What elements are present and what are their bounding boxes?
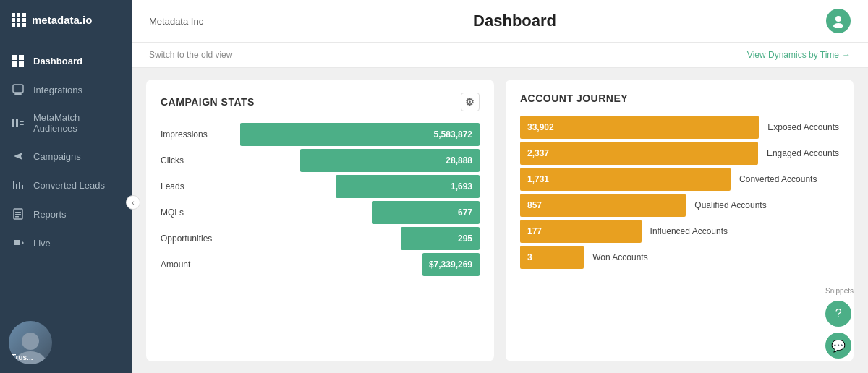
trust-badge: Trus... [12, 353, 33, 361]
funnel-bar: $7,339,269 [422, 253, 480, 276]
chat-button[interactable]: 💬 [825, 333, 851, 359]
journey-bar-wrap: 3 [520, 246, 584, 269]
table-row: Amount $7,339,269 [161, 253, 480, 276]
list-item: 33,902 Exposed Accounts [520, 116, 839, 139]
svg-rect-4 [13, 85, 23, 93]
list-item: 1,731 Converted Accounts [520, 168, 839, 191]
table-row: MQLs 677 [161, 201, 480, 224]
table-row: Clicks 28,888 [161, 149, 480, 172]
journey-bar: 1,731 [520, 168, 731, 191]
account-journey-funnel: 33,902 Exposed Accounts 2,337 Engaged Ac… [520, 116, 839, 269]
sidebar-item-reports[interactable]: Reports [0, 200, 132, 228]
old-view-link[interactable]: Switch to the old view [149, 50, 232, 60]
journey-label: Engaged Accounts [767, 148, 839, 158]
journey-bar: 857 [520, 194, 686, 217]
sidebar-item-integrations[interactable]: Integrations [0, 75, 132, 104]
journey-bar: 177 [520, 220, 642, 243]
content-area: CAMPAIGN STATS ⚙ Impressions 5,583,872 C… [132, 68, 868, 373]
sidebar-item-dashboard[interactable]: Dashboard [0, 46, 132, 75]
journey-label: Qualified Accounts [694, 200, 766, 210]
snippets-label: Snippets [825, 287, 854, 295]
journey-bar-wrap: 857 [520, 194, 686, 217]
nav-label-dashboard: Dashboard [33, 56, 82, 67]
logo-icon [12, 13, 26, 27]
svg-rect-1 [19, 55, 24, 60]
sidebar-collapse-button[interactable]: ‹ [126, 195, 140, 210]
funnel-bar-wrap: 295 [240, 227, 480, 250]
list-item: 3 Won Accounts [520, 246, 839, 269]
funnel-bar: 677 [372, 201, 480, 224]
sidebar-logo[interactable]: metadata.io [0, 0, 132, 40]
svg-rect-11 [15, 212, 21, 213]
help-button[interactable]: ? [825, 301, 851, 327]
list-item: 177 Influenced Accounts [520, 220, 839, 243]
campaign-stats-card: CAMPAIGN STATS ⚙ Impressions 5,583,872 C… [146, 80, 494, 361]
journey-label: Won Accounts [592, 252, 648, 262]
journey-bar-wrap: 1,731 [520, 168, 731, 191]
table-row: Impressions 5,583,872 [161, 123, 480, 146]
list-item: 2,337 Engaged Accounts [520, 142, 839, 165]
nav-label-live: Live [33, 238, 51, 249]
journey-bar: 3 [520, 246, 584, 269]
sidebar: metadata.io Dashboard Integrations MetaM… [0, 0, 132, 373]
funnel-label: Amount [161, 260, 240, 270]
live-icon [12, 236, 25, 249]
sidebar-item-converted-leads[interactable]: Converted Leads [0, 171, 132, 200]
journey-bar-wrap: 33,902 [520, 116, 759, 139]
dashboard-icon [12, 54, 25, 67]
journey-bar-wrap: 2,337 [520, 142, 758, 165]
svg-rect-9 [20, 124, 24, 125]
journey-bar-wrap: 177 [520, 220, 642, 243]
svg-rect-8 [20, 121, 24, 122]
reports-icon [12, 207, 25, 220]
journey-label: Influenced Accounts [650, 226, 728, 236]
campaigns-icon [12, 150, 25, 163]
subbar: Switch to the old view View Dynamics by … [132, 43, 868, 68]
funnel-label: MQLs [161, 207, 240, 218]
nav-label-metamatch: MetaMatch Audiences [33, 112, 120, 134]
funnel-bar-wrap: 677 [240, 201, 480, 224]
nav-label-campaigns: Campaigns [33, 151, 81, 162]
svg-rect-5 [14, 93, 22, 95]
account-journey-title: ACCOUNT JOURNEY [520, 93, 839, 104]
logo-text: metadata.io [32, 14, 92, 26]
campaign-stats-funnel: Impressions 5,583,872 Clicks 28,888 Lead… [161, 123, 480, 276]
main-content: Metadata Inc Dashboard Switch to the old… [132, 0, 868, 373]
table-row: Opportunities 295 [161, 227, 480, 250]
table-row: Leads 1,693 [161, 175, 480, 198]
funnel-bar-wrap: 28,888 [240, 149, 480, 172]
sidebar-item-metamatch[interactable]: MetaMatch Audiences [0, 104, 132, 142]
funnel-bar: 1,693 [336, 175, 480, 198]
user-avatar-icon[interactable] [826, 9, 851, 33]
integrations-icon [12, 83, 25, 96]
journey-bar: 2,337 [520, 142, 758, 165]
funnel-bar-wrap: 1,693 [240, 175, 480, 198]
funnel-bar: 295 [401, 227, 480, 250]
svg-point-16 [22, 333, 39, 350]
journey-label: Exposed Accounts [767, 122, 839, 132]
company-name: Metadata Inc [149, 16, 203, 27]
svg-rect-0 [12, 55, 17, 60]
svg-point-18 [835, 16, 841, 22]
sidebar-item-live[interactable]: Live [0, 228, 132, 257]
account-journey-card: ACCOUNT JOURNEY 33,902 Exposed Accounts … [506, 80, 854, 361]
sidebar-item-campaigns[interactable]: Campaigns [0, 142, 132, 171]
nav-label-reports: Reports [33, 209, 67, 220]
list-item: 857 Qualified Accounts [520, 194, 839, 217]
svg-rect-6 [12, 119, 14, 127]
svg-rect-14 [14, 240, 20, 245]
topbar: Metadata Inc Dashboard [132, 0, 868, 43]
svg-rect-3 [19, 61, 24, 67]
metamatch-icon [12, 116, 25, 129]
converted-leads-icon [12, 179, 25, 192]
gear-button[interactable]: ⚙ [461, 93, 480, 111]
nav-label-converted-leads: Converted Leads [33, 180, 105, 191]
dynamics-link[interactable]: View Dynamics by Time → [747, 50, 851, 60]
avatar: Trus... [9, 321, 52, 364]
page-title: Dashboard [473, 12, 556, 30]
funnel-bar-wrap: $7,339,269 [240, 253, 480, 276]
campaign-stats-title: CAMPAIGN STATS ⚙ [161, 93, 480, 111]
svg-rect-12 [15, 214, 21, 215]
svg-marker-15 [22, 241, 24, 245]
svg-rect-7 [16, 119, 18, 127]
